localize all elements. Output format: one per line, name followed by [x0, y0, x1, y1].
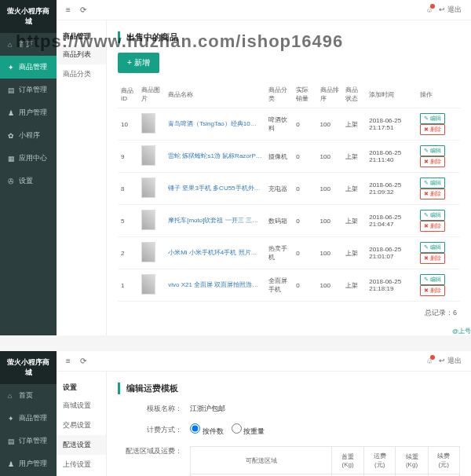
- edit-button[interactable]: ✎ 编辑: [420, 113, 445, 124]
- ship-header: 续重 (Kg): [396, 447, 428, 474]
- cell-id: 10: [118, 108, 138, 141]
- calc-radio-piece[interactable]: 按件数: [190, 423, 224, 437]
- submenu-item[interactable]: 商品分类: [57, 64, 106, 84]
- product-name-link[interactable]: 摩托车[moto]软套祖 一开三 三位 分位分控 正品公牛GN-412K卸器插…: [168, 216, 262, 225]
- app-icon: ▦: [8, 155, 16, 163]
- submenu: 设置 商城设置 交易设置 配送设置 上传设置: [57, 372, 107, 476]
- home-icon: ⌂: [8, 392, 16, 400]
- cell-sort: 100: [317, 173, 342, 205]
- submenu-item[interactable]: 配送设置: [57, 435, 106, 455]
- table-row: 1 vivo X21 全面屏 双面屏拍照游戏手机 6G+64G版 极光白 移动联…: [118, 269, 460, 302]
- radio-input[interactable]: [232, 423, 242, 434]
- table-row: 8 锤子 坚果3手机 多CU55手机外壳 3.4A双口快充手机非 含USBtyp…: [118, 173, 460, 205]
- product-name-link[interactable]: 小米Mi 小米手机环4手机 照片手机 黑色…: [168, 248, 262, 257]
- user-icon: ♟: [8, 460, 16, 468]
- delete-button[interactable]: ✖ 删除: [420, 221, 445, 232]
- nav-mini[interactable]: ✿小程序: [0, 124, 57, 147]
- nav-order[interactable]: ▤订单管理: [0, 430, 57, 452]
- cell-thumb: [138, 173, 165, 205]
- cell-cat: 摄像机: [265, 141, 293, 173]
- product-name-link[interactable]: 雷蛇 炼狱蝰蛇s1游 鼠标RazorP24W 节 快充 5倍混合变焦 拍照识物 …: [168, 152, 262, 160]
- menu-toggle-icon[interactable]: ≡: [66, 357, 71, 365]
- nav-setting[interactable]: ✇设置: [0, 170, 57, 192]
- logout-link[interactable]: ↩ 退出: [439, 356, 462, 366]
- shipping-table: 可配送区域首重 (Kg)运费 (元)续重 (Kg)续费 (元) 上海市、江苏省、…: [190, 446, 460, 476]
- nav-label: 设置: [19, 176, 33, 186]
- logout-label: 退出: [447, 5, 462, 13]
- submenu-item[interactable]: 交易设置: [57, 416, 106, 435]
- edit-button[interactable]: ✎ 编辑: [420, 274, 445, 285]
- submenu-item[interactable]: 商品列表: [57, 45, 106, 64]
- edit-button[interactable]: ✎ 编辑: [420, 178, 445, 189]
- cell-status: 上架: [342, 108, 366, 141]
- cell-thumb: [138, 108, 165, 141]
- edit-button[interactable]: ✎ 编辑: [420, 210, 445, 221]
- radio-input[interactable]: [190, 423, 200, 434]
- product-thumb: [141, 113, 155, 134]
- cell-actions: ✎ 编辑✖ 删除: [417, 141, 460, 173]
- product-name-link[interactable]: 青岛啤酒（TsingTao）经典10度 500ml*12听 大罐整箱装 （新老包…: [168, 119, 262, 128]
- nav-label: 用户管理: [19, 108, 47, 118]
- product-name-link[interactable]: vivo X21 全面屏 双面屏拍照游戏手机 6G+64G版 极光白 移动联通电…: [168, 280, 262, 289]
- cell-time: 2018-06-25 21:11:40: [366, 141, 417, 173]
- nav-product[interactable]: ✦商品管理: [0, 407, 57, 430]
- nav-label: 订单管理: [19, 436, 47, 446]
- delete-button[interactable]: ✖ 删除: [420, 156, 445, 167]
- sidebar: 萤火小程序商城 ⌂首页 ✦商品管理 ▤订单管理 ♟用户管理 ✿小程序 ▦应用中心…: [0, 0, 57, 335]
- logout-link[interactable]: ↩ 退出: [439, 5, 462, 15]
- name-label: 模板名称：: [118, 404, 190, 414]
- cell-name: 锤子 坚果3手机 多CU55手机外壳 3.4A双口快充手机非 含USBtype6…: [165, 173, 265, 205]
- table-header: 商品ID: [118, 81, 138, 108]
- edit-button[interactable]: ✎ 编辑: [420, 145, 445, 156]
- topbar: ≡ ⟳ ♧ ↩ 退出: [57, 0, 471, 20]
- cell-name: 雷蛇 炼狱蝰蛇s1游 鼠标RazorP24W 节 快充 5倍混合变焦 拍照识物 …: [165, 141, 265, 173]
- cell-id: 9: [118, 141, 138, 173]
- nav-order[interactable]: ▤订单管理: [0, 79, 57, 101]
- cell-time: 2018-06-25 21:17:51: [366, 108, 417, 141]
- delete-button[interactable]: ✖ 删除: [420, 253, 445, 264]
- menu-toggle-icon[interactable]: ≡: [66, 5, 71, 14]
- order-icon: ▤: [8, 86, 16, 94]
- nav-label: 首页: [19, 39, 33, 49]
- section-title: 出售中的商品: [118, 31, 460, 43]
- cell-thumb: [138, 237, 165, 269]
- nav-label: 小程序: [19, 130, 40, 141]
- cell-name: 青岛啤酒（TsingTao）经典10度 500ml*12听 大罐整箱装 （新老包…: [165, 108, 265, 141]
- product-name-link[interactable]: 锤子 坚果3手机 多CU55手机外壳 3.4A双口快充手机非 含USBtype6…: [168, 184, 262, 192]
- submenu-item[interactable]: 上传设置: [57, 455, 106, 474]
- notification-dot: [430, 4, 435, 9]
- edit-button[interactable]: ✎ 编辑: [420, 242, 445, 253]
- nav-label: 首页: [19, 390, 33, 401]
- bell-icon[interactable]: ♧: [426, 357, 433, 365]
- delete-button[interactable]: ✖ 删除: [420, 189, 445, 200]
- delete-button[interactable]: ✖ 删除: [420, 124, 445, 135]
- cell-cat: 啤酒饮料: [265, 108, 293, 141]
- region-label: 配送区域及运费：: [118, 446, 190, 456]
- refresh-icon[interactable]: ⟳: [80, 5, 86, 14]
- cell-status: 上架: [342, 173, 366, 205]
- cell-cat: 全面屏手机: [265, 269, 293, 302]
- notification-dot: [430, 355, 435, 360]
- cell-sales: 0: [293, 173, 316, 205]
- nav-label: 订单管理: [19, 85, 47, 95]
- submenu-item[interactable]: 商城设置: [57, 396, 106, 416]
- delete-button[interactable]: ✖ 删除: [420, 285, 445, 296]
- calc-radio-weight[interactable]: 按重量: [232, 423, 265, 437]
- nav-user[interactable]: ♟用户管理: [0, 452, 57, 475]
- brand: 萤火小程序商城: [0, 351, 57, 384]
- bell-icon[interactable]: ♧: [426, 6, 433, 14]
- nav-app[interactable]: ▦应用中心: [0, 147, 57, 170]
- nav-home[interactable]: ⌂首页: [0, 33, 57, 56]
- cell-actions: ✎ 编辑✖ 删除: [417, 173, 460, 205]
- radio-label: 按重量: [243, 427, 265, 435]
- refresh-icon[interactable]: ⟳: [80, 357, 86, 365]
- nav-label: 用户管理: [19, 459, 47, 469]
- nav-home[interactable]: ⌂首页: [0, 384, 57, 407]
- product-thumb: [141, 145, 155, 166]
- add-button[interactable]: + 新增: [118, 53, 159, 73]
- mini-icon: ✿: [8, 132, 16, 140]
- nav-label: 商品管理: [19, 413, 47, 423]
- nav-product[interactable]: ✦商品管理: [0, 56, 57, 79]
- nav-user[interactable]: ♟用户管理: [0, 101, 57, 124]
- topbar: ≡ ⟳ ♧ ↩ 退出: [57, 351, 471, 372]
